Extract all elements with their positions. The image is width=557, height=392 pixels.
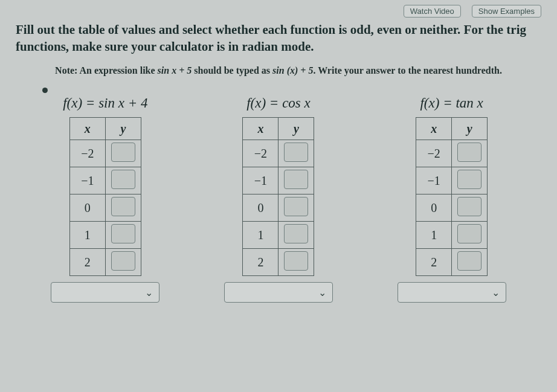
x-cell: 2 (416, 249, 452, 276)
watch-video-button[interactable]: Watch Video (404, 5, 461, 18)
x-cell: −2 (243, 140, 278, 167)
table-row: 0 (69, 194, 141, 222)
table-row: 2 (416, 249, 488, 276)
value-table: xy −2 −1 0 1 2 (242, 117, 314, 276)
instructions-text: Fill out the table of values and select … (16, 21, 541, 56)
col-x: x (243, 118, 278, 140)
functions-row: f(x) = sin x + 4 xy −2 −1 0 1 2 ⌄ f(x) =… (16, 95, 541, 303)
fn-rhs: sin x + 4 (98, 95, 147, 111)
top-button-row: Watch Video Show Examples (16, 5, 541, 18)
x-cell: 0 (416, 194, 452, 222)
y-input[interactable] (111, 224, 135, 243)
parity-select[interactable]: ⌄ (224, 282, 333, 303)
col-x: x (416, 118, 452, 140)
note-text: Note: An expression like sin x + 5 shoul… (28, 64, 529, 77)
y-input[interactable] (284, 170, 308, 189)
col-y: y (452, 118, 488, 140)
table-row: −1 (416, 167, 488, 194)
y-input[interactable] (457, 170, 481, 189)
chevron-down-icon: ⌄ (492, 287, 500, 298)
table-row: −2 (69, 140, 141, 167)
x-cell: 1 (243, 222, 278, 249)
y-input[interactable] (284, 143, 308, 162)
value-table: xy −2 −1 0 1 2 (416, 117, 488, 276)
y-input[interactable] (457, 251, 481, 271)
x-cell: 2 (243, 249, 278, 276)
parity-select[interactable]: ⌄ (51, 282, 159, 303)
y-cell (452, 194, 488, 222)
fn-lhs: f(x) = (246, 95, 282, 111)
y-cell (278, 194, 314, 222)
table-row: 1 (416, 222, 488, 249)
table-row: 0 (416, 194, 488, 222)
y-cell (452, 249, 488, 276)
table-row: −1 (243, 167, 314, 194)
table-row: −2 (416, 140, 488, 167)
chevron-down-icon: ⌄ (145, 287, 153, 298)
table-row: 2 (69, 249, 141, 276)
note-prefix: Note: An expression like (55, 65, 157, 76)
function-title: f(x) = cos x (246, 95, 311, 111)
y-cell (278, 222, 314, 249)
table-row: 1 (243, 222, 314, 249)
x-cell: −1 (243, 167, 278, 194)
value-table: xy −2 −1 0 1 2 (69, 117, 141, 276)
x-cell: −1 (69, 167, 105, 194)
note-suffix: . Write your answer to the nearest hundr… (313, 65, 501, 76)
y-cell (105, 167, 141, 194)
fn-lhs: f(x) = (420, 95, 456, 111)
table-row: 2 (243, 249, 314, 276)
marker-dot (42, 88, 48, 93)
y-cell (105, 194, 141, 222)
y-cell (452, 222, 488, 249)
fn-rhs: cos x (282, 95, 311, 111)
y-cell (278, 167, 314, 194)
y-cell (452, 140, 488, 167)
y-input[interactable] (457, 197, 481, 216)
y-input[interactable] (457, 224, 481, 243)
function-block: f(x) = sin x + 4 xy −2 −1 0 1 2 ⌄ (30, 95, 181, 303)
x-cell: 0 (243, 194, 278, 222)
x-cell: 1 (416, 222, 452, 249)
x-cell: 0 (69, 194, 105, 222)
table-row: 1 (69, 222, 141, 249)
function-block: f(x) = tan x xy −2 −1 0 1 2 ⌄ (376, 95, 527, 303)
table-row: −1 (69, 167, 141, 194)
x-cell: −1 (416, 167, 452, 194)
note-expr2: sin (x) + 5 (272, 65, 313, 76)
y-input[interactable] (111, 170, 135, 189)
parity-select[interactable]: ⌄ (398, 282, 506, 303)
note-expr1: sin x + 5 (158, 65, 192, 76)
col-y: y (105, 118, 141, 140)
y-input[interactable] (284, 251, 308, 271)
x-cell: 1 (69, 222, 105, 249)
y-cell (105, 249, 141, 276)
x-cell: −2 (69, 140, 105, 167)
table-row: −2 (243, 140, 314, 167)
fn-lhs: f(x) = (63, 95, 98, 111)
col-y: y (278, 118, 314, 140)
function-block: f(x) = cos x xy −2 −1 0 1 2 ⌄ (203, 95, 354, 303)
col-x: x (69, 118, 105, 140)
y-input[interactable] (111, 143, 135, 162)
fn-rhs: tan x (456, 95, 483, 111)
y-input[interactable] (457, 143, 481, 162)
y-input[interactable] (111, 251, 135, 271)
y-cell (278, 140, 314, 167)
x-cell: 2 (69, 249, 105, 276)
y-cell (105, 222, 141, 249)
y-cell (452, 167, 488, 194)
show-examples-button[interactable]: Show Examples (472, 5, 541, 18)
table-row: 0 (243, 194, 314, 222)
y-cell (278, 249, 314, 276)
y-input[interactable] (111, 197, 135, 216)
function-title: f(x) = sin x + 4 (63, 95, 147, 111)
note-mid: should be typed as (192, 65, 272, 76)
x-cell: −2 (416, 140, 452, 167)
y-input[interactable] (284, 224, 308, 243)
y-cell (105, 140, 141, 167)
chevron-down-icon: ⌄ (318, 287, 326, 298)
function-title: f(x) = tan x (420, 95, 483, 111)
y-input[interactable] (284, 197, 308, 216)
